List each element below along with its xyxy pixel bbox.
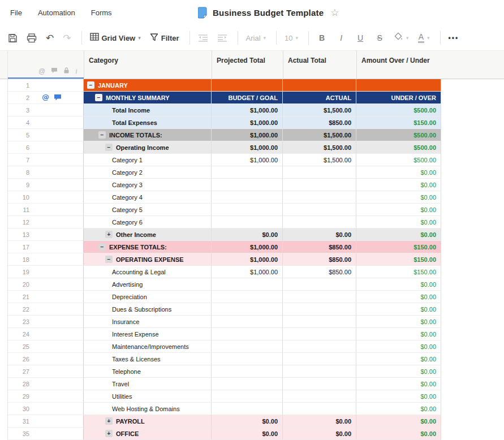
row-gutter[interactable]: 9 [8, 179, 84, 191]
projected-total-cell[interactable]: $1,000.00 [212, 117, 283, 129]
actual-total-cell[interactable] [283, 353, 356, 365]
category-cell[interactable]: −JANUARY [84, 79, 212, 92]
row-number[interactable]: 2 [8, 94, 29, 101]
amount-over-under-cell[interactable]: $0.00 [356, 204, 441, 216]
actual-total-cell[interactable] [283, 166, 356, 179]
column-header-actual-total[interactable]: Actual Total [283, 51, 356, 79]
font-family-select[interactable]: Arial ▾ [246, 34, 266, 42]
projected-total-cell[interactable] [212, 390, 283, 403]
menu-file[interactable]: File [10, 8, 22, 17]
text-color-button[interactable]: A ▾ [418, 33, 430, 43]
projected-total-cell[interactable] [212, 179, 283, 191]
page-title[interactable]: Business Budget Template [213, 8, 324, 18]
print-button[interactable] [27, 33, 37, 43]
amount-over-under-cell[interactable]: $150.00 [356, 241, 441, 253]
actual-total-cell[interactable]: $1,500.00 [283, 141, 356, 154]
row-number[interactable]: 1 [8, 82, 29, 89]
category-cell[interactable]: Web Hosting & Domains [84, 403, 212, 415]
row-number[interactable]: 12 [8, 219, 29, 226]
italic-button[interactable]: I [336, 33, 346, 42]
filter-button[interactable]: Filter [150, 33, 179, 44]
amount-over-under-cell[interactable]: $500.00 [356, 141, 441, 154]
category-cell[interactable]: Total Expenses [84, 117, 212, 129]
row-gutter[interactable]: 29 [8, 390, 84, 403]
category-cell[interactable]: −Operating Income [84, 141, 212, 154]
row-number[interactable]: 20 [8, 281, 29, 288]
category-cell[interactable]: +OFFICE [84, 428, 212, 440]
projected-total-cell[interactable] [212, 166, 283, 179]
row-gutter[interactable]: 30 [8, 403, 84, 415]
row-gutter[interactable]: 2@ [8, 92, 84, 104]
amount-over-under-cell[interactable]: $0.00 [356, 166, 441, 179]
category-cell[interactable]: Category 3 [84, 179, 212, 191]
actual-total-cell[interactable] [283, 291, 356, 303]
actual-total-cell[interactable] [283, 191, 356, 204]
amount-over-under-cell[interactable]: $0.00 [356, 228, 441, 241]
row-gutter[interactable]: 22 [8, 303, 84, 316]
amount-over-under-cell[interactable]: $0.00 [356, 415, 441, 428]
category-cell[interactable]: −EXPENSE TOTALS: [84, 241, 212, 253]
amount-over-under-cell[interactable]: $500.00 [356, 154, 441, 166]
row-gutter[interactable]: 24 [8, 328, 84, 340]
actual-total-cell[interactable] [283, 340, 356, 353]
outdent-button[interactable] [198, 34, 208, 42]
actual-total-cell[interactable]: $1,500.00 [283, 129, 356, 141]
undo-button[interactable]: ↶ [46, 33, 54, 43]
amount-over-under-cell[interactable]: $0.00 [356, 216, 441, 228]
projected-total-cell[interactable]: $0.00 [212, 415, 283, 428]
row-gutter[interactable]: 1 [8, 79, 84, 92]
projected-total-cell[interactable] [212, 216, 283, 228]
category-cell[interactable]: Total Income [84, 104, 212, 117]
row-number[interactable]: 24 [8, 331, 29, 338]
projected-total-cell[interactable]: $0.00 [212, 228, 283, 241]
row-gutter[interactable]: 13 [8, 228, 84, 241]
row-number[interactable]: 9 [8, 182, 29, 188]
row-gutter[interactable]: 6 [8, 141, 84, 154]
row-gutter[interactable]: 28 [8, 378, 84, 390]
actual-total-cell[interactable] [283, 204, 356, 216]
category-cell[interactable]: −INCOME TOTALS: [84, 129, 212, 141]
collapse-icon[interactable]: − [105, 256, 113, 263]
amount-over-under-cell[interactable]: $0.00 [356, 328, 441, 340]
row-number[interactable]: 8 [8, 169, 29, 176]
row-gutter[interactable]: 20 [8, 278, 84, 291]
category-cell[interactable]: Category 6 [84, 216, 212, 228]
row-number[interactable]: 5 [8, 132, 29, 139]
row-gutter[interactable]: 5 [8, 129, 84, 141]
projected-total-cell[interactable] [212, 191, 283, 204]
expand-icon[interactable]: + [105, 231, 113, 238]
projected-total-cell[interactable]: $1,000.00 [212, 241, 283, 253]
actual-total-cell[interactable]: $1,500.00 [283, 104, 356, 117]
underline-button[interactable]: U [355, 33, 365, 42]
row-number[interactable]: 11 [8, 206, 29, 213]
category-cell[interactable]: Category 5 [84, 204, 212, 216]
amount-over-under-cell[interactable]: $0.00 [356, 390, 441, 403]
amount-over-under-cell[interactable]: $150.00 [356, 117, 441, 129]
actual-total-cell[interactable] [283, 316, 356, 328]
row-gutter[interactable]: 31 [8, 415, 84, 428]
row-gutter[interactable]: 19 [8, 266, 84, 278]
row-number[interactable]: 27 [8, 368, 29, 375]
mention-icon[interactable]: @ [42, 93, 50, 103]
expand-icon[interactable]: + [105, 430, 113, 437]
category-cell[interactable]: Depreciation [84, 291, 212, 303]
actual-total-cell[interactable] [283, 303, 356, 316]
row-number[interactable]: 30 [8, 406, 29, 412]
row-gutter[interactable]: 8 [8, 166, 84, 179]
row-number[interactable]: 13 [8, 231, 29, 238]
actual-total-cell[interactable] [283, 365, 356, 378]
row-gutter[interactable]: 35 [8, 428, 84, 440]
actual-total-cell[interactable] [283, 278, 356, 291]
row-number[interactable]: 21 [8, 294, 29, 300]
row-number[interactable]: 18 [8, 256, 29, 263]
row-gutter[interactable]: 10 [8, 191, 84, 204]
projected-total-cell[interactable]: $1,000.00 [212, 253, 283, 266]
row-number[interactable]: 10 [8, 194, 29, 201]
column-header-amount-over-under[interactable]: Amount Over / Under [356, 51, 441, 79]
projected-total-cell[interactable] [212, 328, 283, 340]
category-cell[interactable]: +Other Income [84, 228, 212, 241]
actual-total-cell[interactable] [283, 179, 356, 191]
category-cell[interactable]: Advertising [84, 278, 212, 291]
category-cell[interactable]: −MONTHLY SUMMARY [84, 92, 212, 104]
projected-total-cell[interactable] [212, 353, 283, 365]
